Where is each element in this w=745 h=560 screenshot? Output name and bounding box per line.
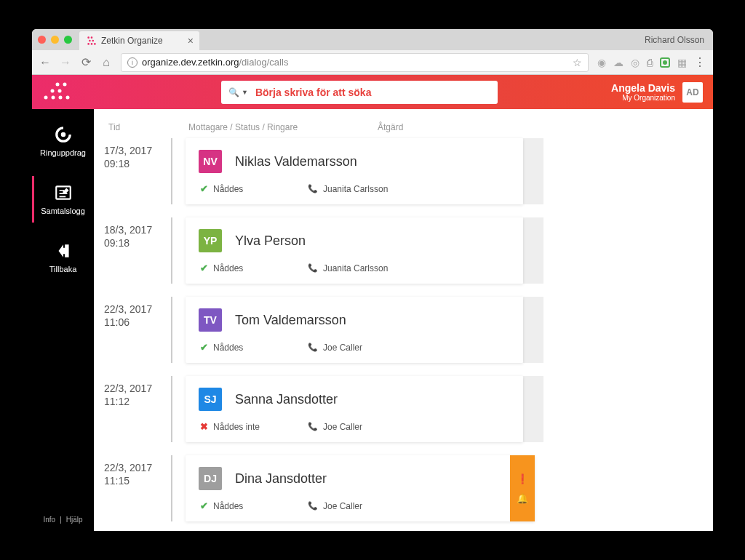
call-card[interactable]: TVTom Valdemarsson✔Nåddes📞Joe Caller	[186, 297, 523, 363]
browser-menu-icon[interactable]: ⋮	[694, 55, 706, 69]
browser-profile[interactable]: Richard Olsson	[645, 35, 704, 45]
bookmark-icon[interactable]: ☆	[573, 57, 582, 68]
search-input[interactable]	[255, 87, 490, 98]
user-info[interactable]: Angela Davis My Organization	[611, 82, 675, 102]
camera-icon[interactable]: ◉	[597, 57, 606, 68]
call-row: 22/3, 201711:06TVTom Valdemarsson✔Nåddes…	[94, 297, 713, 363]
action-placeholder	[523, 138, 543, 204]
call-card[interactable]: SJSanna Jansdotter✖Nåddes inte📞Joe Calle…	[186, 376, 523, 442]
recipient-name: Ylva Person	[235, 233, 306, 249]
user-name: Angela Davis	[611, 82, 675, 94]
caller: 📞Joe Caller	[308, 501, 362, 511]
call-time: 22/3, 201711:15	[104, 455, 172, 521]
action-badge[interactable]: ❗🔔	[510, 455, 535, 521]
call-time: 18/3, 201709:18	[104, 217, 172, 284]
recipient-avatar: DJ	[199, 467, 222, 490]
call-card[interactable]: NVNiklas Valdemarsson✔Nåddes📞Juanita Car…	[186, 138, 523, 204]
call-row: 18/3, 201709:18YPYlva Person✔Nåddes📞Juan…	[94, 217, 713, 284]
sidebar-item-label: Tillbaka	[49, 265, 77, 273]
tab-close-icon[interactable]: ×	[188, 35, 194, 47]
avatar[interactable]: AD	[682, 82, 703, 103]
svg-point-4	[87, 43, 89, 45]
header-action: Åtgärd	[378, 122, 403, 132]
eye-icon[interactable]: ◎	[631, 57, 640, 68]
call-row: 22/3, 201711:12SJSanna Jansdotter✖Nåddes…	[94, 376, 713, 442]
svg-point-3	[92, 40, 94, 42]
svg-point-6	[94, 43, 96, 45]
sidebar-item-ringuppdrag[interactable]: Ringuppdrag	[32, 122, 94, 160]
close-window-button[interactable]	[38, 36, 46, 44]
svg-point-13	[59, 95, 63, 99]
svg-point-9	[51, 89, 55, 92]
footer-info-link[interactable]: Info	[43, 516, 55, 524]
cast-icon[interactable]: ⎙	[647, 57, 653, 68]
check-icon: ✔	[200, 183, 208, 194]
check-icon: ✔	[200, 263, 208, 273]
url-domain: organize.dev.zetkin.org	[142, 57, 239, 68]
action-placeholder	[523, 297, 543, 363]
call-time: 17/3, 201709:18	[104, 138, 172, 204]
call-time: 22/3, 201711:06	[104, 297, 172, 363]
sidebar-item-label: Samtalslogg	[41, 207, 85, 215]
browser-tabbar: Zetkin Organize × Richard Olsson	[32, 29, 713, 50]
back-button[interactable]: ←	[39, 56, 51, 69]
svg-point-2	[89, 40, 91, 42]
extension-green-icon[interactable]	[660, 57, 670, 68]
svg-point-15	[60, 132, 65, 137]
call-log: Tid Mottagare / Status / Ringare Åtgärd …	[94, 109, 713, 531]
address-bar[interactable]: i organize.dev.zetkin.org/dialog/calls ☆	[121, 53, 589, 72]
phone-icon: 📞	[308, 343, 318, 352]
caller: 📞Joe Caller	[308, 343, 362, 353]
search-caret-icon[interactable]: ▼	[242, 89, 248, 96]
recipient-avatar: SJ	[199, 388, 222, 411]
search-box[interactable]: 🔍 ▼	[221, 81, 498, 104]
reload-button[interactable]: ⟳	[80, 55, 92, 69]
sidebar-item-tillbaka[interactable]: Tillbaka	[32, 239, 94, 276]
call-row: 22/3, 201711:15DJDina Jansdotter✔Nåddes📞…	[94, 455, 713, 521]
svg-point-11	[44, 95, 48, 99]
phone-icon: 📞	[308, 422, 318, 431]
recipient-avatar: YP	[199, 229, 222, 252]
phone-icon: 📞	[308, 263, 318, 273]
browser-toolbar: ← → ⟳ ⌂ i organize.dev.zetkin.org/dialog…	[32, 50, 713, 75]
call-time: 22/3, 201711:12	[104, 376, 172, 442]
grid-icon[interactable]: ▦	[677, 57, 687, 68]
cloud-icon[interactable]: ☁	[613, 57, 624, 68]
home-button[interactable]: ⌂	[100, 56, 112, 69]
window-controls	[38, 36, 72, 44]
sidebar-item-samtalslogg[interactable]: Samtalslogg	[32, 180, 94, 218]
forward-button[interactable]: →	[60, 56, 71, 69]
svg-point-1	[91, 36, 93, 39]
phone-icon: 📞	[308, 184, 318, 193]
app-body: Ringuppdrag Samtalslogg Tillbaka Info | …	[32, 109, 713, 531]
call-card[interactable]: YPYlva Person✔Nåddes📞Juanita Carlsson	[186, 217, 523, 284]
call-status: ✖Nåddes inte	[200, 421, 273, 432]
site-info-icon[interactable]: i	[127, 57, 138, 68]
user-org: My Organization	[611, 94, 675, 102]
cross-icon: ✖	[200, 421, 208, 432]
browser-window: Zetkin Organize × Richard Olsson ← → ⟳ ⌂…	[32, 29, 713, 531]
recipient-name: Sanna Jansdotter	[235, 392, 338, 407]
caller: 📞Joe Caller	[308, 422, 362, 432]
footer-help-link[interactable]: Hjälp	[66, 516, 83, 524]
call-status: ✔Nåddes	[200, 500, 273, 511]
minimize-window-button[interactable]	[51, 36, 59, 44]
recipient-name: Tom Valdemarsson	[235, 313, 346, 328]
sidebar: Ringuppdrag Samtalslogg Tillbaka Info | …	[32, 109, 94, 531]
app-logo-icon[interactable]	[42, 81, 76, 103]
svg-point-12	[52, 95, 55, 99]
phone-icon: 📞	[308, 501, 318, 511]
sidebar-item-label: Ringuppdrag	[40, 148, 86, 157]
check-icon: ✔	[200, 500, 208, 511]
svg-point-5	[91, 43, 93, 45]
app-header: 🔍 ▼ Angela Davis My Organization AD	[32, 75, 713, 109]
action-placeholder	[523, 376, 543, 442]
url-path: /dialog/calls	[239, 57, 288, 68]
caller: 📞Juanita Carlsson	[308, 263, 388, 273]
column-headers: Tid Mottagare / Status / Ringare Åtgärd	[94, 109, 713, 138]
browser-tab[interactable]: Zetkin Organize ×	[79, 31, 199, 50]
call-card[interactable]: DJDina Jansdotter✔Nåddes📞Joe Caller❗🔔	[186, 455, 535, 521]
maximize-window-button[interactable]	[64, 36, 72, 44]
recipient-name: Niklas Valdemarsson	[235, 154, 357, 169]
tab-title: Zetkin Organize	[101, 36, 163, 46]
